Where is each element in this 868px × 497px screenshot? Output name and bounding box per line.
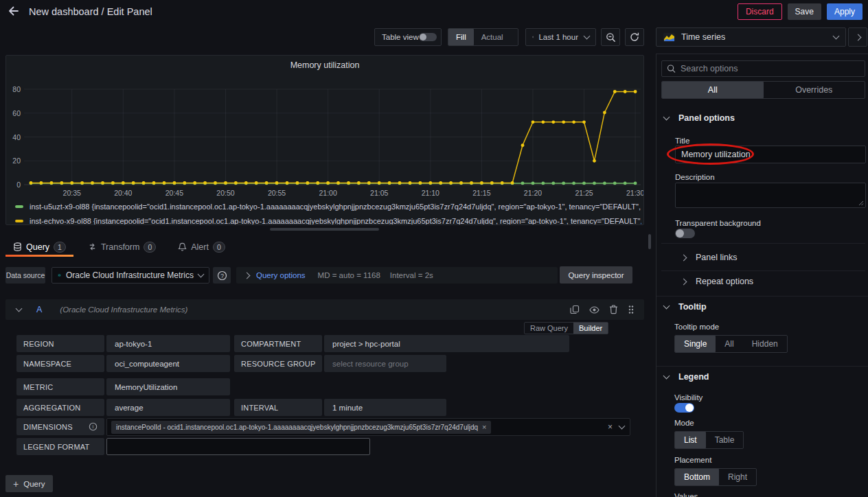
- collapse-options-pane-button[interactable]: [848, 27, 867, 47]
- fill-actual-segmented: Fill Actual: [448, 28, 518, 46]
- datasource-help-button[interactable]: ?: [213, 267, 231, 284]
- query-datasource-hint: (Oracle Cloud Infrastructure Metrics): [60, 305, 187, 314]
- dimension-chip[interactable]: instancePoolId - ocid1.instancepool.oc1.…: [111, 421, 491, 434]
- legend-format-input[interactable]: [106, 438, 370, 455]
- y-tick-label: 40: [6, 133, 21, 141]
- legend-series-label[interactable]: inst-echvo-x9-ol88 {instancepoolid="ocid…: [30, 217, 641, 225]
- query-options-interval: Interval = 2s: [390, 271, 433, 279]
- resource-group-select[interactable]: select resource group: [324, 355, 446, 372]
- tooltip-hidden-option[interactable]: Hidden: [743, 336, 787, 352]
- tab-transform[interactable]: Transform 0: [80, 237, 163, 257]
- region-select[interactable]: ap-tokyo-1: [106, 335, 230, 352]
- query-options-label[interactable]: Query options: [256, 271, 306, 279]
- discard-button[interactable]: Discard: [738, 3, 782, 20]
- raw-builder-toggle: Raw Query Builder: [524, 322, 608, 334]
- eye-icon[interactable]: [589, 305, 599, 315]
- zoom-out-button[interactable]: [601, 28, 620, 46]
- options-tab-all[interactable]: All: [662, 82, 764, 98]
- save-button[interactable]: Save: [788, 3, 821, 20]
- tab-label: Query: [26, 242, 49, 252]
- section-tooltip[interactable]: Tooltip: [664, 302, 707, 312]
- clear-all-icon[interactable]: ×: [608, 422, 613, 432]
- options-search[interactable]: [661, 60, 865, 77]
- pane-splitter-handle[interactable]: [270, 228, 379, 231]
- region-label: REGION: [16, 335, 104, 352]
- apply-button[interactable]: Apply: [827, 3, 863, 20]
- chevron-right-icon: [854, 34, 861, 41]
- x-tick-label: 21:30: [615, 189, 644, 197]
- resize-handle-icon[interactable]: [858, 200, 864, 206]
- chip-remove-icon[interactable]: ×: [482, 423, 486, 431]
- namespace-select[interactable]: oci_computeagent: [106, 355, 230, 372]
- trash-icon[interactable]: [609, 305, 618, 314]
- resource-group-label: RESOURCE GROUP: [234, 355, 322, 372]
- dimensions-label: DIMENSIONS i: [16, 418, 104, 435]
- datasource-picker[interactable]: Oracle Cloud Infrastructure Metrics: [52, 267, 209, 284]
- legend-series-label[interactable]: inst-u5uzt-x9-ol88 {instancepoolid="ocid…: [30, 203, 641, 211]
- panel-title-input[interactable]: Memory utilization: [675, 146, 866, 163]
- tab-alert[interactable]: Alert 0: [170, 237, 233, 257]
- tooltip-single-option[interactable]: Single: [675, 336, 716, 352]
- refresh-button[interactable]: [625, 28, 644, 46]
- fill-option[interactable]: Fill: [448, 29, 474, 45]
- table-view-switch[interactable]: [419, 33, 437, 41]
- section-legend[interactable]: Legend: [664, 372, 709, 382]
- timeseries-viz-icon: [663, 33, 675, 42]
- legend-swatch: [15, 220, 23, 222]
- metric-label: METRIC: [16, 378, 104, 395]
- dimensions-field[interactable]: instancePoolId - ocid1.instancepool.oc1.…: [106, 418, 630, 436]
- chevron-down-icon: [663, 114, 670, 121]
- query-options-strip[interactable]: Query options MD = auto = 1168 Interval …: [236, 267, 558, 284]
- options-search-input[interactable]: [681, 64, 860, 73]
- legend-placement-bottom-option[interactable]: Bottom: [675, 469, 719, 485]
- builder-option[interactable]: Builder: [573, 323, 608, 334]
- namespace-label: NAMESPACE: [16, 355, 104, 372]
- table-view-toggle[interactable]: Table view: [374, 28, 442, 46]
- chevron-down-icon[interactable]: [619, 423, 626, 430]
- legend-mode-table-option[interactable]: Table: [706, 432, 744, 448]
- metric-select[interactable]: MemoryUtilization: [106, 378, 230, 395]
- tooltip-all-option[interactable]: All: [716, 336, 742, 352]
- panel-description-textarea[interactable]: [675, 183, 866, 208]
- query-row-header[interactable]: A (Oracle Cloud Infrastructure Metrics): [5, 299, 644, 320]
- database-icon: [13, 242, 22, 251]
- query-inspector-button[interactable]: Query inspector: [560, 266, 632, 284]
- aggregation-select[interactable]: average: [106, 399, 230, 416]
- tooltip-mode-label: Tooltip mode: [674, 323, 719, 331]
- tab-query[interactable]: Query 1: [5, 237, 73, 257]
- legend-visibility-toggle[interactable]: [674, 403, 694, 413]
- legend-item[interactable]: inst-u5uzt-x9-ol88 {instancepoolid="ocid…: [15, 200, 641, 213]
- panel-links-collapsible[interactable]: Panel links: [661, 248, 865, 267]
- section-panel-options[interactable]: Panel options: [664, 113, 735, 123]
- compartment-select[interactable]: project > hpc-portal: [324, 335, 569, 352]
- legend-item[interactable]: inst-echvo-x9-ol88 {instancepoolid="ocid…: [15, 214, 641, 225]
- time-range-picker[interactable]: Last 1 hour: [525, 28, 596, 46]
- legend-format-label: LEGEND FORMAT: [16, 438, 104, 455]
- x-tick-label: 20:50: [205, 189, 246, 197]
- bell-icon: [178, 242, 187, 251]
- back-arrow-icon[interactable]: [7, 4, 22, 19]
- legend-mode-list-option[interactable]: List: [675, 432, 706, 448]
- actual-option[interactable]: Actual: [474, 29, 511, 45]
- transparent-background-toggle[interactable]: [675, 229, 695, 238]
- vertical-scrollbar[interactable]: [648, 234, 651, 249]
- interval-select[interactable]: 1 minute: [324, 399, 446, 416]
- drag-handle-icon[interactable]: [628, 305, 635, 314]
- search-icon: [667, 64, 676, 73]
- zoom-out-icon: [606, 32, 616, 43]
- add-query-button[interactable]: + Query: [5, 475, 53, 492]
- options-tab-overrides[interactable]: Overrides: [764, 82, 865, 98]
- visualization-picker[interactable]: Time series: [656, 27, 846, 47]
- legend-values-label: Values: [674, 492, 698, 497]
- copy-icon[interactable]: [570, 305, 580, 314]
- question-circle-icon: ?: [217, 270, 227, 281]
- x-tick-label: 21:20: [512, 189, 553, 197]
- tooltip-mode-group: Single All Hidden: [674, 335, 788, 353]
- legend-placement-right-option[interactable]: Right: [719, 469, 756, 485]
- chevron-right-icon: [681, 254, 687, 261]
- chevron-down-icon: [584, 33, 591, 40]
- refresh-icon: [630, 32, 639, 42]
- y-tick-label: 20: [6, 157, 21, 165]
- raw-query-option[interactable]: Raw Query: [525, 323, 573, 334]
- repeat-options-collapsible[interactable]: Repeat options: [661, 272, 865, 291]
